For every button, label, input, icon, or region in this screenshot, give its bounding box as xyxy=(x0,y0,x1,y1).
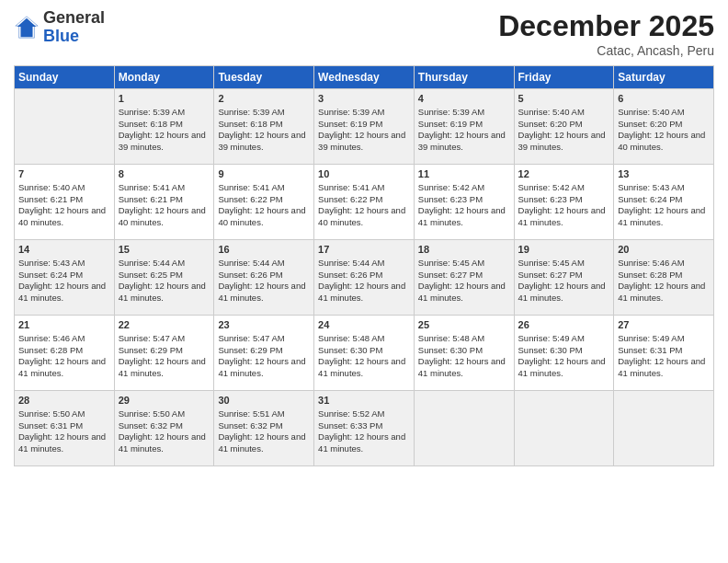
daylight-text: Daylight: 12 hours and 39 minutes. xyxy=(318,130,410,154)
table-row: 30Sunrise: 5:51 AMSunset: 6:32 PMDayligh… xyxy=(214,391,314,466)
day-number: 20 xyxy=(618,243,710,257)
daylight-text: Daylight: 12 hours and 41 minutes. xyxy=(318,281,410,304)
day-number: 25 xyxy=(418,318,510,332)
sunset-text: Sunset: 6:22 PM xyxy=(318,194,410,206)
table-row: 13Sunrise: 5:43 AMSunset: 6:24 PMDayligh… xyxy=(614,165,714,240)
table-row: 17Sunrise: 5:44 AMSunset: 6:26 PMDayligh… xyxy=(314,240,415,316)
sunset-text: Sunset: 6:31 PM xyxy=(18,420,110,432)
table-row: 24Sunrise: 5:48 AMSunset: 6:30 PMDayligh… xyxy=(314,316,415,391)
sunset-text: Sunset: 6:24 PM xyxy=(18,270,110,282)
calendar-table: Sunday Monday Tuesday Wednesday Thursday… xyxy=(14,65,714,466)
daylight-text: Daylight: 12 hours and 39 minutes. xyxy=(119,130,210,154)
day-number: 11 xyxy=(418,167,510,181)
day-number: 15 xyxy=(119,243,210,257)
daylight-text: Daylight: 12 hours and 40 minutes. xyxy=(318,205,410,229)
day-number: 2 xyxy=(218,92,310,106)
table-row: 5Sunrise: 5:40 AMSunset: 6:20 PMDaylight… xyxy=(514,89,614,165)
sunset-text: Sunset: 6:26 PM xyxy=(218,270,310,282)
sunrise-text: Sunrise: 5:47 AM xyxy=(218,333,310,345)
header: General Blue December 2025 Catac, Ancash… xyxy=(14,9,714,58)
sunrise-text: Sunrise: 5:49 AM xyxy=(518,333,610,345)
col-thursday: Thursday xyxy=(414,66,514,89)
sunset-text: Sunset: 6:28 PM xyxy=(18,345,110,357)
daylight-text: Daylight: 12 hours and 41 minutes. xyxy=(518,281,610,304)
logo: General Blue xyxy=(14,9,105,46)
daylight-text: Daylight: 12 hours and 40 minutes. xyxy=(18,205,110,229)
day-number: 23 xyxy=(218,318,310,332)
day-number: 24 xyxy=(318,318,410,332)
daylight-text: Daylight: 12 hours and 41 minutes. xyxy=(618,356,710,380)
table-row: 4Sunrise: 5:39 AMSunset: 6:19 PMDaylight… xyxy=(414,89,514,165)
daylight-text: Daylight: 12 hours and 41 minutes. xyxy=(518,205,610,229)
day-number: 22 xyxy=(119,318,210,332)
sunset-text: Sunset: 6:27 PM xyxy=(418,270,510,282)
day-number: 17 xyxy=(318,243,410,257)
sunrise-text: Sunrise: 5:39 AM xyxy=(418,107,510,119)
daylight-text: Daylight: 12 hours and 41 minutes. xyxy=(218,431,310,455)
day-number: 10 xyxy=(318,167,410,181)
sunset-text: Sunset: 6:19 PM xyxy=(318,119,410,131)
location: Catac, Ancash, Peru xyxy=(498,43,714,58)
sunset-text: Sunset: 6:30 PM xyxy=(418,345,510,357)
col-sunday: Sunday xyxy=(15,66,115,89)
day-number: 9 xyxy=(218,167,310,181)
day-number: 26 xyxy=(518,318,610,332)
day-number: 16 xyxy=(218,243,310,257)
sunrise-text: Sunrise: 5:42 AM xyxy=(418,182,510,194)
sunrise-text: Sunrise: 5:52 AM xyxy=(318,408,410,420)
daylight-text: Daylight: 12 hours and 41 minutes. xyxy=(18,431,110,455)
daylight-text: Daylight: 12 hours and 39 minutes. xyxy=(218,130,310,154)
logo-blue: Blue xyxy=(43,27,79,45)
header-row: Sunday Monday Tuesday Wednesday Thursday… xyxy=(15,66,714,89)
table-row: 27Sunrise: 5:49 AMSunset: 6:31 PMDayligh… xyxy=(614,316,714,391)
page: General Blue December 2025 Catac, Ancash… xyxy=(0,0,728,563)
day-number: 30 xyxy=(218,394,310,408)
table-row: 1Sunrise: 5:39 AMSunset: 6:18 PMDaylight… xyxy=(114,89,214,165)
day-number: 13 xyxy=(618,167,710,181)
sunset-text: Sunset: 6:26 PM xyxy=(318,270,410,282)
table-row: 10Sunrise: 5:41 AMSunset: 6:22 PMDayligh… xyxy=(314,165,415,240)
table-row xyxy=(15,89,115,165)
table-row: 12Sunrise: 5:42 AMSunset: 6:23 PMDayligh… xyxy=(514,165,614,240)
table-row: 28Sunrise: 5:50 AMSunset: 6:31 PMDayligh… xyxy=(15,391,115,466)
daylight-text: Daylight: 12 hours and 41 minutes. xyxy=(218,281,310,304)
daylight-text: Daylight: 12 hours and 40 minutes. xyxy=(119,205,210,229)
daylight-text: Daylight: 12 hours and 41 minutes. xyxy=(119,356,210,380)
daylight-text: Daylight: 12 hours and 41 minutes. xyxy=(618,281,710,304)
daylight-text: Daylight: 12 hours and 41 minutes. xyxy=(318,356,410,380)
daylight-text: Daylight: 12 hours and 41 minutes. xyxy=(418,281,510,304)
sunrise-text: Sunrise: 5:44 AM xyxy=(119,258,210,270)
week-row-4: 28Sunrise: 5:50 AMSunset: 6:31 PMDayligh… xyxy=(15,391,714,466)
table-row: 11Sunrise: 5:42 AMSunset: 6:23 PMDayligh… xyxy=(414,165,514,240)
sunset-text: Sunset: 6:32 PM xyxy=(218,420,310,432)
logo-general: General xyxy=(43,8,105,27)
col-saturday: Saturday xyxy=(614,66,714,89)
daylight-text: Daylight: 12 hours and 39 minutes. xyxy=(418,130,510,154)
day-number: 31 xyxy=(318,394,410,408)
sunrise-text: Sunrise: 5:48 AM xyxy=(318,333,410,345)
title-block: December 2025 Catac, Ancash, Peru xyxy=(498,9,714,58)
day-number: 1 xyxy=(119,92,210,106)
sunrise-text: Sunrise: 5:40 AM xyxy=(518,107,610,119)
sunset-text: Sunset: 6:30 PM xyxy=(518,345,610,357)
sunrise-text: Sunrise: 5:41 AM xyxy=(218,182,310,194)
logo-text: General Blue xyxy=(43,9,105,46)
day-number: 7 xyxy=(18,167,110,181)
sunset-text: Sunset: 6:25 PM xyxy=(119,270,210,282)
table-row: 15Sunrise: 5:44 AMSunset: 6:25 PMDayligh… xyxy=(114,240,214,316)
day-number: 6 xyxy=(618,92,710,106)
table-row: 29Sunrise: 5:50 AMSunset: 6:32 PMDayligh… xyxy=(114,391,214,466)
table-row: 23Sunrise: 5:47 AMSunset: 6:29 PMDayligh… xyxy=(214,316,314,391)
sunrise-text: Sunrise: 5:41 AM xyxy=(318,182,410,194)
col-monday: Monday xyxy=(114,66,214,89)
sunset-text: Sunset: 6:19 PM xyxy=(418,119,510,131)
table-row xyxy=(514,391,614,466)
daylight-text: Daylight: 12 hours and 41 minutes. xyxy=(518,356,610,380)
day-number: 14 xyxy=(18,243,110,257)
sunrise-text: Sunrise: 5:41 AM xyxy=(119,182,210,194)
sunrise-text: Sunrise: 5:40 AM xyxy=(618,107,710,119)
col-wednesday: Wednesday xyxy=(314,66,415,89)
week-row-0: 1Sunrise: 5:39 AMSunset: 6:18 PMDaylight… xyxy=(15,89,714,165)
table-row xyxy=(614,391,714,466)
sunrise-text: Sunrise: 5:45 AM xyxy=(418,258,510,270)
